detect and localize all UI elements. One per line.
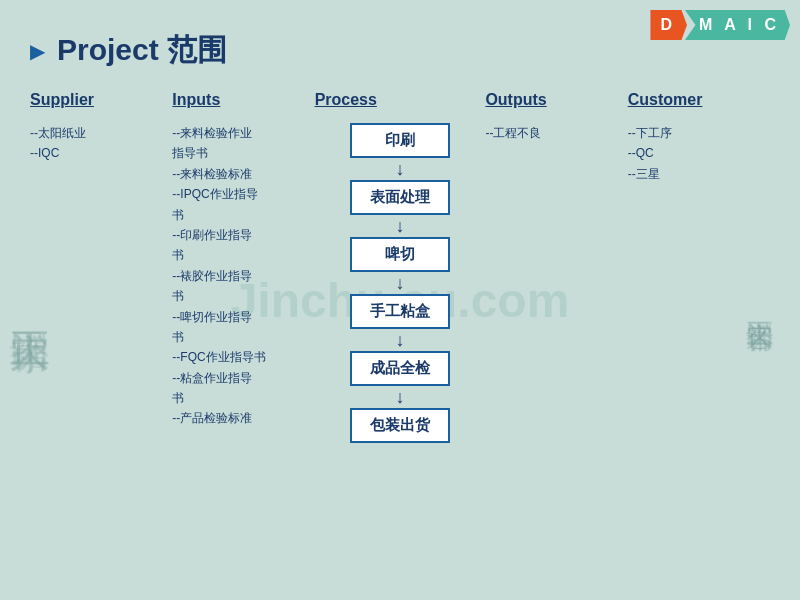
process-header: Process — [315, 91, 486, 109]
list-item: --IPQC作业指导书 — [172, 184, 314, 225]
list-item: --裱胶作业指导书 — [172, 266, 314, 307]
list-item: --下工序 — [628, 123, 770, 143]
customer-header: Customer — [628, 91, 770, 109]
list-item: --FQC作业指导书 — [172, 347, 314, 367]
list-item: --啤切作业指导书 — [172, 307, 314, 348]
supplier-header: Supplier — [30, 91, 172, 109]
outputs-header: Outputs — [485, 91, 627, 109]
process-step-inspect: 成品全检 — [350, 351, 450, 386]
list-item: --太阳纸业 — [30, 123, 172, 143]
arrow-icon-1: ↓ — [396, 160, 405, 178]
inputs-header: Inputs — [172, 91, 314, 109]
customer-col: Customer --下工序 --QC --三星 — [628, 91, 770, 184]
process-step-print: 印刷 — [350, 123, 450, 158]
process-step-cut: 啤切 — [350, 237, 450, 272]
main-content: ▶ Project 范围 Supplier --太阳纸业 --IQC Input… — [0, 0, 800, 463]
sipoc-container: Supplier --太阳纸业 --IQC Inputs --来料检验作业指导书… — [30, 91, 770, 443]
list-item: --粘盒作业指导书 — [172, 368, 314, 409]
process-flow: 印刷 ↓ 表面处理 ↓ 啤切 ↓ 手工粘盒 ↓ 成品全检 ↓ 包装出货 — [315, 123, 486, 443]
outputs-col: Outputs --工程不良 — [485, 91, 627, 143]
customer-items: --下工序 --QC --三星 — [628, 123, 770, 184]
list-item: --工程不良 — [485, 123, 627, 143]
process-step-pack: 包装出货 — [350, 408, 450, 443]
title-arrow-icon: ▶ — [30, 39, 45, 63]
process-col: Process 印刷 ↓ 表面处理 ↓ 啤切 ↓ 手工粘盒 ↓ 成品全检 ↓ 包… — [315, 91, 486, 443]
dmaic-badge: D M A I C — [650, 10, 790, 40]
dmaic-maic: M A I C — [685, 10, 790, 40]
inputs-items: --来料检验作业指导书 --来料检验标准 --IPQC作业指导书 --印刷作业指… — [172, 123, 314, 429]
list-item: --QC — [628, 143, 770, 163]
list-item: --产品检验标准 — [172, 408, 314, 428]
arrow-icon-4: ↓ — [396, 331, 405, 349]
list-item: --来料检验作业指导书 — [172, 123, 314, 164]
dmaic-d: D — [650, 10, 687, 40]
arrow-icon-3: ↓ — [396, 274, 405, 292]
supplier-col: Supplier --太阳纸业 --IQC — [30, 91, 172, 164]
list-item: --印刷作业指导书 — [172, 225, 314, 266]
list-item: --IQC — [30, 143, 172, 163]
supplier-items: --太阳纸业 --IQC — [30, 123, 172, 164]
page-title: Project 范围 — [57, 30, 227, 71]
arrow-icon-2: ↓ — [396, 217, 405, 235]
list-item: --来料检验标准 — [172, 164, 314, 184]
process-step-surface: 表面处理 — [350, 180, 450, 215]
process-step-glue: 手工粘盒 — [350, 294, 450, 329]
arrow-icon-5: ↓ — [396, 388, 405, 406]
inputs-col: Inputs --来料检验作业指导书 --来料检验标准 --IPQC作业指导书 … — [172, 91, 314, 429]
list-item: --三星 — [628, 164, 770, 184]
outputs-items: --工程不良 — [485, 123, 627, 143]
